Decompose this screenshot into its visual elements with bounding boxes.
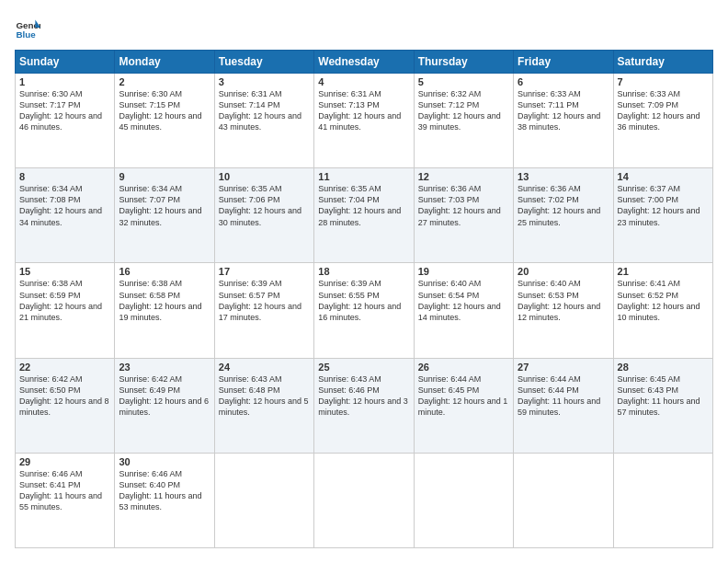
- day-info: Sunrise: 6:43 AM Sunset: 6:46 PM Dayligh…: [318, 373, 409, 419]
- day-info: Sunrise: 6:36 AM Sunset: 7:02 PM Dayligh…: [518, 183, 609, 228]
- day-info: Sunrise: 6:46 AM Sunset: 6:41 PM Dayligh…: [19, 468, 110, 513]
- calendar-cell: [414, 453, 513, 547]
- day-number: 22: [19, 362, 110, 373]
- day-number: 18: [318, 266, 409, 277]
- calendar-cell: 10 Sunrise: 6:35 AM Sunset: 7:06 PM Dayl…: [214, 168, 313, 263]
- day-info: Sunrise: 6:46 AM Sunset: 6:40 PM Dayligh…: [119, 468, 210, 513]
- day-number: 16: [119, 266, 210, 277]
- day-number: 26: [418, 362, 509, 373]
- day-number: 12: [418, 171, 509, 182]
- day-info: Sunrise: 6:35 AM Sunset: 7:06 PM Dayligh…: [219, 183, 310, 228]
- day-number: 8: [19, 171, 110, 182]
- calendar-week-row: 1 Sunrise: 6:30 AM Sunset: 7:17 PM Dayli…: [16, 74, 713, 168]
- day-info: Sunrise: 6:30 AM Sunset: 7:17 PM Dayligh…: [19, 88, 110, 133]
- calendar-header-row: SundayMondayTuesdayWednesdayThursdayFrid…: [16, 51, 713, 74]
- day-info: Sunrise: 6:34 AM Sunset: 7:07 PM Dayligh…: [119, 183, 210, 228]
- day-number: 2: [119, 76, 210, 87]
- day-info: Sunrise: 6:33 AM Sunset: 7:09 PM Dayligh…: [618, 88, 709, 133]
- day-number: 13: [518, 171, 609, 182]
- day-number: 20: [518, 266, 609, 277]
- calendar-cell: 21 Sunrise: 6:41 AM Sunset: 6:52 PM Dayl…: [613, 263, 712, 358]
- calendar-cell: 9 Sunrise: 6:34 AM Sunset: 7:07 PM Dayli…: [115, 168, 214, 263]
- svg-text:Blue: Blue: [16, 29, 36, 40]
- calendar-cell: [314, 453, 414, 547]
- day-info: Sunrise: 6:38 AM Sunset: 6:58 PM Dayligh…: [119, 278, 210, 323]
- day-number: 29: [19, 456, 110, 467]
- calendar-cell: 23 Sunrise: 6:42 AM Sunset: 6:49 PM Dayl…: [115, 358, 214, 453]
- calendar-cell: [613, 453, 712, 547]
- calendar-cell: 2 Sunrise: 6:30 AM Sunset: 7:15 PM Dayli…: [115, 74, 214, 168]
- day-number: 25: [318, 362, 409, 373]
- day-number: 4: [318, 76, 409, 87]
- day-info: Sunrise: 6:42 AM Sunset: 6:49 PM Dayligh…: [119, 373, 210, 419]
- day-info: Sunrise: 6:44 AM Sunset: 6:44 PM Dayligh…: [518, 373, 609, 419]
- calendar-cell: 12 Sunrise: 6:36 AM Sunset: 7:03 PM Dayl…: [414, 168, 513, 263]
- day-info: Sunrise: 6:39 AM Sunset: 6:55 PM Dayligh…: [318, 278, 409, 323]
- weekday-header: Sunday: [16, 51, 115, 74]
- calendar-cell: 5 Sunrise: 6:32 AM Sunset: 7:12 PM Dayli…: [414, 74, 513, 168]
- day-info: Sunrise: 6:36 AM Sunset: 7:03 PM Dayligh…: [418, 183, 509, 228]
- calendar-cell: 19 Sunrise: 6:40 AM Sunset: 6:54 PM Dayl…: [414, 263, 513, 358]
- calendar-cell: 24 Sunrise: 6:43 AM Sunset: 6:48 PM Dayl…: [214, 358, 313, 453]
- calendar-week-row: 22 Sunrise: 6:42 AM Sunset: 6:50 PM Dayl…: [16, 358, 713, 453]
- day-number: 1: [19, 76, 110, 87]
- calendar-cell: 16 Sunrise: 6:38 AM Sunset: 6:58 PM Dayl…: [115, 263, 214, 358]
- calendar-cell: 18 Sunrise: 6:39 AM Sunset: 6:55 PM Dayl…: [314, 263, 414, 358]
- day-number: 7: [618, 76, 709, 87]
- weekday-header: Tuesday: [214, 51, 313, 74]
- day-info: Sunrise: 6:31 AM Sunset: 7:14 PM Dayligh…: [219, 88, 310, 133]
- calendar-cell: [514, 453, 613, 547]
- day-info: Sunrise: 6:42 AM Sunset: 6:50 PM Dayligh…: [19, 373, 110, 419]
- day-number: 11: [318, 171, 409, 182]
- calendar-cell: 13 Sunrise: 6:36 AM Sunset: 7:02 PM Dayl…: [514, 168, 613, 263]
- day-number: 17: [219, 266, 310, 277]
- day-number: 3: [219, 76, 310, 87]
- day-info: Sunrise: 6:43 AM Sunset: 6:48 PM Dayligh…: [219, 373, 310, 419]
- day-number: 10: [219, 171, 310, 182]
- day-info: Sunrise: 6:41 AM Sunset: 6:52 PM Dayligh…: [618, 278, 709, 323]
- calendar-cell: 7 Sunrise: 6:33 AM Sunset: 7:09 PM Dayli…: [613, 74, 712, 168]
- weekday-header: Friday: [514, 51, 613, 74]
- weekday-header: Wednesday: [314, 51, 414, 74]
- day-number: 28: [618, 362, 709, 373]
- calendar-cell: 29 Sunrise: 6:46 AM Sunset: 6:41 PM Dayl…: [16, 453, 115, 547]
- calendar-cell: 27 Sunrise: 6:44 AM Sunset: 6:44 PM Dayl…: [514, 358, 613, 453]
- calendar-cell: 8 Sunrise: 6:34 AM Sunset: 7:08 PM Dayli…: [16, 168, 115, 263]
- logo-icon: General Blue: [15, 15, 40, 40]
- day-number: 15: [19, 266, 110, 277]
- day-info: Sunrise: 6:34 AM Sunset: 7:08 PM Dayligh…: [19, 183, 110, 228]
- day-info: Sunrise: 6:40 AM Sunset: 6:53 PM Dayligh…: [518, 278, 609, 323]
- calendar-cell: 6 Sunrise: 6:33 AM Sunset: 7:11 PM Dayli…: [514, 74, 613, 168]
- day-number: 30: [119, 456, 210, 467]
- day-info: Sunrise: 6:40 AM Sunset: 6:54 PM Dayligh…: [418, 278, 509, 323]
- day-info: Sunrise: 6:30 AM Sunset: 7:15 PM Dayligh…: [119, 88, 210, 133]
- day-info: Sunrise: 6:31 AM Sunset: 7:13 PM Dayligh…: [318, 88, 409, 133]
- calendar-cell: 20 Sunrise: 6:40 AM Sunset: 6:53 PM Dayl…: [514, 263, 613, 358]
- calendar-cell: 3 Sunrise: 6:31 AM Sunset: 7:14 PM Dayli…: [214, 74, 313, 168]
- day-number: 5: [418, 76, 509, 87]
- day-number: 23: [119, 362, 210, 373]
- calendar: SundayMondayTuesdayWednesdayThursdayFrid…: [15, 50, 713, 548]
- calendar-cell: [214, 453, 313, 547]
- day-number: 27: [518, 362, 609, 373]
- calendar-cell: 28 Sunrise: 6:45 AM Sunset: 6:43 PM Dayl…: [613, 358, 712, 453]
- weekday-header: Monday: [115, 51, 214, 74]
- logo: General Blue: [15, 15, 44, 40]
- calendar-week-row: 15 Sunrise: 6:38 AM Sunset: 6:59 PM Dayl…: [16, 263, 713, 358]
- day-info: Sunrise: 6:45 AM Sunset: 6:43 PM Dayligh…: [618, 373, 709, 419]
- day-info: Sunrise: 6:39 AM Sunset: 6:57 PM Dayligh…: [219, 278, 310, 323]
- calendar-week-row: 8 Sunrise: 6:34 AM Sunset: 7:08 PM Dayli…: [16, 168, 713, 263]
- day-number: 24: [219, 362, 310, 373]
- day-info: Sunrise: 6:44 AM Sunset: 6:45 PM Dayligh…: [418, 373, 509, 419]
- day-info: Sunrise: 6:32 AM Sunset: 7:12 PM Dayligh…: [418, 88, 509, 133]
- weekday-header: Thursday: [414, 51, 513, 74]
- day-info: Sunrise: 6:37 AM Sunset: 7:00 PM Dayligh…: [618, 183, 709, 228]
- day-info: Sunrise: 6:33 AM Sunset: 7:11 PM Dayligh…: [518, 88, 609, 133]
- day-number: 21: [618, 266, 709, 277]
- day-info: Sunrise: 6:38 AM Sunset: 6:59 PM Dayligh…: [19, 278, 110, 323]
- calendar-cell: 25 Sunrise: 6:43 AM Sunset: 6:46 PM Dayl…: [314, 358, 414, 453]
- weekday-header: Saturday: [613, 51, 712, 74]
- calendar-cell: 14 Sunrise: 6:37 AM Sunset: 7:00 PM Dayl…: [613, 168, 712, 263]
- day-number: 19: [418, 266, 509, 277]
- calendar-cell: 22 Sunrise: 6:42 AM Sunset: 6:50 PM Dayl…: [16, 358, 115, 453]
